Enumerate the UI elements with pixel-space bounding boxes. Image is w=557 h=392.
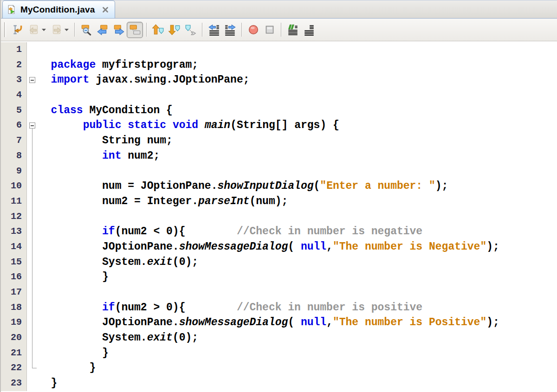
fold-margin <box>27 88 38 103</box>
code-line[interactable]: 6 public static void main(String[] args)… <box>1 118 557 133</box>
next-bookmark-button[interactable] <box>166 22 182 38</box>
code-token: System. <box>38 332 147 344</box>
code-text: System.exit(0); <box>38 255 198 270</box>
code-text: JOptionPane.showMessageDialog( null,"The… <box>38 239 499 255</box>
line-number: 13 <box>1 224 27 239</box>
code-line[interactable]: 17 <box>1 285 557 300</box>
code-token: JOptionPane. <box>38 316 179 328</box>
code-token: ); <box>435 180 448 192</box>
code-token: num2; <box>121 150 160 162</box>
comment-button[interactable] <box>285 22 301 38</box>
find-next-button[interactable] <box>110 22 127 38</box>
line-number: 2 <box>1 58 27 73</box>
code-line[interactable]: 15 System.exit(0); <box>1 255 557 270</box>
code-line[interactable]: 1 <box>1 42 557 58</box>
code-text: class MyCondition { <box>38 103 173 118</box>
shift-line-right-button[interactable] <box>222 22 238 38</box>
code-token <box>198 119 205 131</box>
code-token: //Check in number is positive <box>237 302 422 314</box>
code-token: public <box>83 119 122 131</box>
code-line[interactable]: 8 int num2; <box>1 148 557 164</box>
previous-bookmark-icon <box>152 24 164 36</box>
stop-macro-button[interactable] <box>261 22 278 38</box>
code-line[interactable]: 19 JOptionPane.showMessageDialog( null,"… <box>1 315 557 330</box>
code-line[interactable]: 22 } <box>1 360 557 376</box>
shift-line-left-button[interactable] <box>206 22 222 38</box>
toggle-highlight-button[interactable] <box>127 22 143 38</box>
stop-macro-icon <box>264 24 276 36</box>
code-token: null <box>301 316 326 328</box>
code-editor[interactable]: 12 package myfirstprogram;3 import javax… <box>1 41 557 392</box>
forward-button[interactable] <box>48 22 65 38</box>
code-token: main <box>205 119 230 131</box>
code-token: ( <box>288 241 301 253</box>
code-line[interactable]: 20 System.exit(0); <box>1 330 557 346</box>
forward-icon <box>51 24 63 36</box>
code-line[interactable]: 21 } <box>1 346 557 361</box>
tab-close-icon[interactable] <box>102 6 109 13</box>
line-number: 19 <box>1 315 27 330</box>
toggle-bookmark-button[interactable] <box>182 22 199 38</box>
code-line[interactable]: 7 String num; <box>1 133 557 148</box>
back-dropdown-icon[interactable] <box>41 28 46 32</box>
code-token: null <box>301 241 326 253</box>
tab-mycondition-java[interactable]: MyCondition.java <box>2 0 115 18</box>
find-previous-button[interactable] <box>94 22 110 38</box>
line-number: 22 <box>1 360 27 376</box>
find-selection-button[interactable] <box>78 22 94 38</box>
code-line[interactable]: 3 import javax.swing.JOptionPane; <box>1 72 557 88</box>
code-token: JOptionPane. <box>38 241 179 253</box>
code-token: "The number is Positive" <box>333 316 486 328</box>
code-token <box>38 225 102 238</box>
code-line[interactable]: 4 <box>1 88 557 103</box>
code-token: num = JOptionPane. <box>38 180 217 192</box>
code-line[interactable]: 13 if(num2 < 0){ //Check in number is ne… <box>1 224 557 239</box>
toolbar-grip[interactable] <box>4 22 6 37</box>
tab-bar: MyCondition.java <box>1 0 557 19</box>
code-line[interactable]: 10 num = JOptionPane.showInputDialog("En… <box>1 179 557 194</box>
forward-dropdown-icon[interactable] <box>64 28 69 32</box>
code-token: package <box>51 59 96 71</box>
uncomment-button[interactable] <box>301 22 317 38</box>
code-line[interactable]: 14 JOptionPane.showMessageDialog( null,"… <box>1 239 557 255</box>
line-number: 6 <box>1 118 27 133</box>
record-macro-button[interactable] <box>245 22 261 38</box>
code-token: showMessageDialog <box>179 241 288 253</box>
code-token: javax.swing.JOptionPane; <box>89 74 249 86</box>
code-token: import <box>51 74 90 86</box>
line-number: 14 <box>1 239 27 255</box>
code-line[interactable]: 16 } <box>1 270 557 285</box>
code-token: , <box>326 316 333 328</box>
jump-last-edit-button[interactable] <box>9 22 26 38</box>
fold-toggle-icon[interactable] <box>29 77 35 83</box>
code-token: MyCondition { <box>83 104 173 116</box>
code-token: showInputDialog <box>217 180 313 192</box>
line-number: 11 <box>1 194 27 209</box>
line-number: 8 <box>1 148 27 164</box>
code-text: if(num2 > 0){ //Check in number is posit… <box>38 300 422 315</box>
code-token <box>38 74 51 86</box>
code-token: if <box>102 302 115 314</box>
previous-bookmark-button[interactable] <box>150 22 166 38</box>
fold-margin <box>27 103 38 118</box>
jump-last-edit-icon <box>12 24 24 36</box>
code-token: (0); <box>173 256 198 268</box>
code-token: } <box>38 271 109 283</box>
back-button[interactable] <box>26 22 42 38</box>
code-token: String num; <box>38 135 173 147</box>
toggle-highlight-icon <box>129 24 141 36</box>
code-token <box>38 150 102 162</box>
fold-toggle-icon[interactable] <box>29 122 35 129</box>
code-line[interactable]: 2 package myfirstprogram; <box>1 58 557 73</box>
line-number: 5 <box>1 103 27 118</box>
code-line[interactable]: 11 num2 = Integer.parseInt(num); <box>1 194 557 209</box>
code-line[interactable]: 9 <box>1 164 557 179</box>
code-line[interactable]: 5 class MyCondition { <box>1 103 557 118</box>
code-line[interactable]: 18 if(num2 > 0){ //Check in number is po… <box>1 300 557 315</box>
code-line[interactable]: 23 } <box>1 376 557 391</box>
code-line[interactable]: 12 <box>1 209 557 225</box>
code-token: (0); <box>173 332 198 344</box>
toggle-bookmark-icon <box>185 24 197 36</box>
line-number: 12 <box>1 209 27 225</box>
code-token: } <box>38 377 57 389</box>
